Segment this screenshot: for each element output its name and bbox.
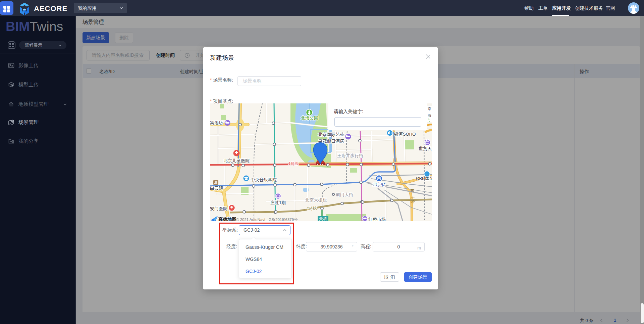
svg-text:二: 二 [411,194,415,198]
svg-text:京: 京 [428,107,431,111]
svg-text:环: 环 [411,199,415,203]
svg-text:王府井步行街: 王府井步行街 [337,153,363,158]
svg-text:北京儿童医院: 北京儿童医院 [223,158,250,163]
svg-text:白云观: 白云观 [210,186,223,191]
svg-text:中央音乐学院: 中央音乐学院 [251,177,277,182]
svg-text:© 2021 AutoNavi - GS(2019)6379: © 2021 AutoNavi - GS(2019)6379号 [236,218,298,221]
svg-text:东: 东 [410,189,414,193]
svg-text:前门大街: 前门大街 [336,192,353,197]
svg-text:1号线: 1号线 [288,161,299,166]
svg-text:世贸天: 世贸天 [419,146,432,151]
svg-text:银河SOHO: 银河SOHO [394,132,416,137]
svg-text:高德地图: 高德地图 [218,217,236,221]
svg-text:天桥: 天桥 [319,217,327,221]
svg-text:北京站: 北京站 [373,182,386,187]
svg-text:海: 海 [428,113,431,118]
svg-text:安门医院: 安门医院 [210,206,227,211]
svg-text:CBD国际: CBD国际 [416,176,432,181]
svg-text:庄胜1期: 庄胜1期 [270,200,286,205]
svg-text:北京大栅栏: 北京大栅栏 [305,197,327,202]
svg-text:北海公园: 北海公园 [301,115,318,121]
svg-text:北京国际艺苑: 北京国际艺苑 [318,132,344,137]
svg-text:红桥市场: 红桥市场 [368,217,386,221]
svg-text:宾酒店: 宾酒店 [210,120,223,125]
